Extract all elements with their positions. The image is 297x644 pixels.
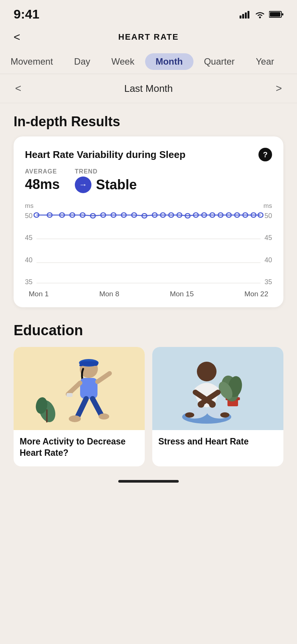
- svg-rect-0: [240, 15, 241, 19]
- average-value: 48ms: [25, 176, 60, 192]
- tab-movement[interactable]: Movement: [0, 53, 63, 70]
- average-stat: AVERAGE 48ms: [25, 168, 60, 193]
- hrv-card-title: Heart Rate Variability during Sleep: [25, 149, 258, 161]
- battery-icon: [269, 11, 283, 18]
- card-title-row: Heart Rate Variability during Sleep ?: [25, 148, 272, 161]
- edu-card-stress[interactable]: Stress and Heart Rate: [152, 347, 283, 466]
- chart-svg: [25, 211, 272, 287]
- meditator-illustration: [169, 351, 267, 426]
- svg-line-49: [93, 399, 101, 415]
- period-nav: < Last Month >: [0, 74, 297, 103]
- edu-card-activity[interactable]: More Activity to Decrease Heart Rate?: [14, 347, 145, 466]
- svg-point-58: [197, 362, 217, 381]
- svg-rect-2: [245, 12, 247, 19]
- status-time: 9:41: [14, 7, 39, 22]
- x-label-mon8: Mon 8: [99, 290, 119, 298]
- in-depth-results-title: In-depth Results: [0, 110, 297, 136]
- edu-card-stress-text: Stress and Heart Rate: [152, 430, 283, 455]
- tab-bar: Movement Day Week Month Quarter Year: [0, 50, 297, 74]
- y-label-40-left: 40: [25, 256, 32, 264]
- svg-rect-44: [80, 378, 97, 399]
- home-indicator: [0, 474, 297, 486]
- svg-line-45: [68, 383, 80, 394]
- ms-label-left: ms: [25, 202, 34, 210]
- current-period: Last Month: [124, 83, 173, 94]
- svg-rect-47: [67, 393, 73, 397]
- tab-week[interactable]: Week: [101, 53, 145, 70]
- runner-illustration: [30, 351, 128, 426]
- svg-line-48: [77, 399, 86, 417]
- svg-point-51: [99, 413, 109, 420]
- chart-x-labels: Mon 1 Mon 8 Mon 15 Mon 22: [25, 287, 272, 298]
- svg-point-62: [209, 401, 216, 408]
- y-label-35-right: 35: [265, 278, 272, 286]
- edu-card-stress-image: [152, 347, 283, 430]
- x-label-mon15: Mon 15: [170, 290, 193, 298]
- edu-card-activity-image: [14, 347, 145, 430]
- svg-point-61: [198, 401, 204, 408]
- svg-point-50: [69, 415, 81, 422]
- svg-line-46: [97, 373, 110, 382]
- y-label-50-right: 50: [265, 212, 272, 220]
- svg-rect-1: [242, 14, 244, 19]
- back-button[interactable]: <: [14, 31, 20, 43]
- prev-period-button[interactable]: <: [15, 82, 21, 94]
- education-section: Education: [0, 319, 297, 474]
- y-label-35-left: 35: [25, 278, 32, 286]
- trend-icon: →: [75, 176, 91, 193]
- svg-point-4: [259, 16, 261, 18]
- svg-rect-6: [270, 12, 280, 17]
- wifi-icon: [255, 10, 265, 19]
- header: < HEART RATE: [0, 25, 297, 50]
- svg-rect-7: [282, 13, 283, 15]
- hrv-card: Heart Rate Variability during Sleep ? AV…: [14, 136, 283, 307]
- tab-month[interactable]: Month: [145, 53, 193, 70]
- education-cards: More Activity to Decrease Heart Rate?: [14, 347, 283, 466]
- svg-rect-3: [248, 11, 249, 19]
- hrv-chart: ms ms 50 45 40 35 50 45 40 35: [25, 202, 272, 298]
- svg-point-66: [220, 412, 229, 418]
- trend-arrow-icon: →: [79, 180, 87, 190]
- chart-y-labels-right: 50 45 40 35: [265, 211, 272, 287]
- x-label-mon22: Mon 22: [244, 290, 268, 298]
- chart-area: 50 45 40 35 50 45 40 35: [25, 211, 272, 287]
- x-label-mon1: Mon 1: [29, 290, 49, 298]
- trend-row: → Stable: [75, 176, 137, 193]
- trend-value: Stable: [96, 177, 137, 193]
- next-period-button[interactable]: >: [276, 82, 282, 94]
- tab-year[interactable]: Year: [245, 53, 285, 70]
- y-label-50-left: 50: [25, 212, 32, 220]
- tab-quarter[interactable]: Quarter: [193, 53, 245, 70]
- y-label-45-right: 45: [265, 234, 272, 242]
- ms-header-row: ms ms: [25, 202, 272, 210]
- education-title: Education: [14, 322, 283, 339]
- svg-point-65: [185, 412, 194, 418]
- stats-row: AVERAGE 48ms TREND → Stable: [25, 168, 272, 193]
- y-label-40-right: 40: [265, 256, 272, 264]
- y-label-45-left: 45: [25, 234, 32, 242]
- ms-label-right: ms: [263, 202, 272, 210]
- chart-y-labels-left: 50 45 40 35: [25, 211, 32, 287]
- home-bar: [118, 480, 179, 483]
- page-title: HEART RATE: [118, 32, 179, 42]
- trend-label: TREND: [75, 168, 137, 175]
- svg-rect-42: [80, 361, 98, 366]
- status-bar: 9:41: [0, 0, 297, 25]
- status-icons: [240, 10, 283, 19]
- signal-icon: [240, 10, 251, 19]
- edu-card-activity-text: More Activity to Decrease Heart Rate?: [14, 430, 145, 466]
- info-button[interactable]: ?: [258, 148, 272, 161]
- svg-rect-43: [79, 364, 82, 366]
- trend-stat: TREND → Stable: [75, 168, 137, 193]
- average-label: AVERAGE: [25, 168, 60, 175]
- tab-day[interactable]: Day: [63, 53, 101, 70]
- svg-rect-39: [46, 409, 48, 423]
